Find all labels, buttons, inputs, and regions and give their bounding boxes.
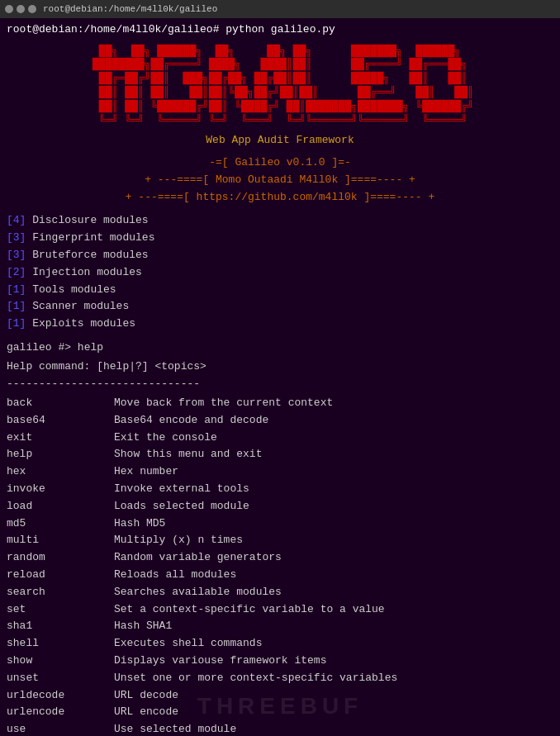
help-row: hexHex number <box>7 463 553 481</box>
module-item: [3] Fingerprint modules <box>7 230 553 247</box>
module-item: [3] Bruteforce modules <box>7 247 553 264</box>
command-line: root@debian:/home/m4ll0k/galileo# python… <box>7 21 553 38</box>
help-prompt: galileo #> help <box>7 340 553 356</box>
help-row: setSet a context-specific variable to a … <box>7 601 553 619</box>
help-row: multiMultiply (x) n times <box>7 532 553 549</box>
help-row: reloadReloads all modules <box>7 567 553 584</box>
help-row: sha1Hash SHA1 <box>7 618 553 635</box>
help-row: unsetUnset one or more context-specific … <box>7 670 553 687</box>
module-item: [4] Disclosure modules <box>7 212 553 230</box>
help-divider: ------------------------------ <box>7 376 553 393</box>
help-row: backMove back from the current context <box>7 395 553 412</box>
module-item: [1] Tools modules <box>7 282 553 299</box>
close-icon[interactable] <box>5 5 13 13</box>
ascii-logo: ██╗ ██╗ ██████╗ ██╗ ██╗ ██╗ ███████╗ ███… <box>7 38 553 129</box>
prompt-command: help <box>78 341 103 354</box>
prompt-symbol: galileo #> <box>7 341 78 354</box>
help-row: base64Base64 encode and decode <box>7 412 553 430</box>
header-info: -=[ Galileo v0.1.0 ]=- + ---====[ Momo O… <box>7 154 553 206</box>
help-row: urldecodeURL decode <box>7 687 553 705</box>
help-row: randomRandom variable generators <box>7 549 553 567</box>
help-row: searchSearches available modules <box>7 584 553 601</box>
module-item: [2] Injection modules <box>7 264 553 282</box>
help-row: loadLoads selected module <box>7 498 553 515</box>
minimize-icon[interactable] <box>17 5 25 13</box>
maximize-icon[interactable] <box>28 5 36 13</box>
help-row: md5Hash MD5 <box>7 515 553 533</box>
window-controls <box>5 5 36 13</box>
help-row: invokeInvoke external tools <box>7 481 553 498</box>
help-header: Help command: [help|?] <topics> --------… <box>7 359 553 393</box>
help-row: useUse selected module <box>7 721 553 736</box>
help-header-line: Help command: [help|?] <topics> <box>7 359 553 376</box>
help-row: shellExecutes shell commands <box>7 635 553 653</box>
header-line1: -=[ Galileo v0.1.0 ]=- <box>7 154 553 172</box>
help-row: helpShow this menu and exit <box>7 446 553 463</box>
help-row: urlencodeURL encode <box>7 704 553 721</box>
header-line3: + ---====[ https://github.com/m4ll0k ]==… <box>7 189 553 207</box>
header-line2: + ---====[ Momo Outaadi M4ll0k ]====----… <box>7 172 553 189</box>
titlebar: root@debian:/home/m4ll0k/galileo <box>0 0 560 18</box>
help-table: backMove back from the current contextba… <box>7 395 553 736</box>
help-row: showDisplays variouse framework items <box>7 653 553 670</box>
module-item: [1] Exploits modules <box>7 316 553 333</box>
framework-title: Web App Audit Framework <box>7 132 553 149</box>
help-row: exitExit the console <box>7 430 553 447</box>
window-title: root@debian:/home/m4ll0k/galileo <box>43 4 217 14</box>
module-item: [1] Scanner modules <box>7 298 553 316</box>
module-list: [4] Disclosure modules[3] Fingerprint mo… <box>7 212 553 333</box>
terminal: root@debian:/home/m4ll0k/galileo# python… <box>0 18 560 736</box>
